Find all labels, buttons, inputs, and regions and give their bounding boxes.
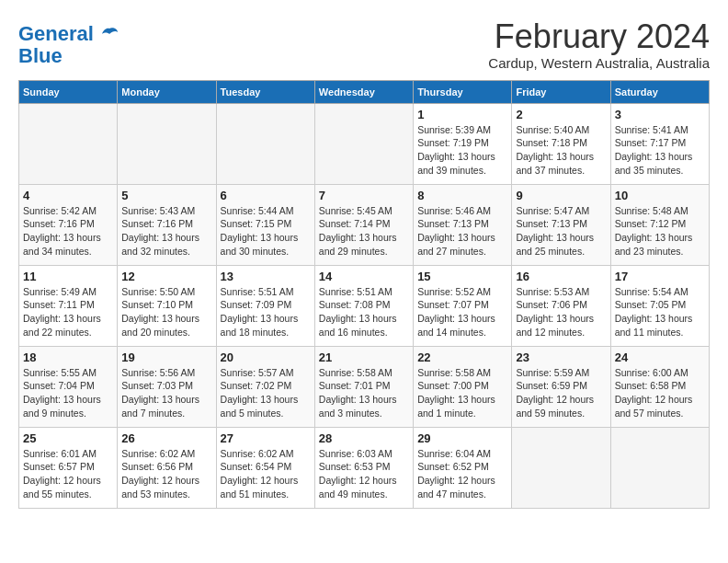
calendar-cell: 28Sunrise: 6:03 AMSunset: 6:53 PMDayligh… — [314, 427, 413, 508]
calendar-header: Sunday Monday Tuesday Wednesday Thursday… — [19, 80, 710, 103]
day-info: Sunrise: 5:54 AMSunset: 7:05 PMDaylight:… — [615, 285, 705, 339]
calendar-cell: 2Sunrise: 5:40 AMSunset: 7:18 PMDaylight… — [512, 103, 610, 184]
day-number: 22 — [417, 350, 507, 364]
calendar-cell: 11Sunrise: 5:49 AMSunset: 7:11 PMDayligh… — [19, 265, 118, 346]
col-saturday: Saturday — [610, 80, 709, 103]
day-info: Sunrise: 5:57 AMSunset: 7:02 PMDaylight:… — [221, 366, 311, 420]
day-info: Sunrise: 5:58 AMSunset: 7:00 PMDaylight:… — [417, 366, 507, 420]
day-info: Sunrise: 6:00 AMSunset: 6:58 PMDaylight:… — [615, 366, 705, 420]
calendar-cell — [512, 427, 610, 508]
calendar-cell: 17Sunrise: 5:54 AMSunset: 7:05 PMDayligh… — [610, 265, 709, 346]
calendar-week-row: 4Sunrise: 5:42 AMSunset: 7:16 PMDaylight… — [19, 184, 710, 265]
day-number: 1 — [417, 108, 507, 121]
day-number: 12 — [121, 270, 211, 283]
day-number: 15 — [417, 270, 507, 283]
day-number: 11 — [23, 270, 113, 283]
page-container: General Blue February 2024 Cardup, Weste… — [18, 18, 710, 509]
calendar-cell: 27Sunrise: 6:02 AMSunset: 6:54 PMDayligh… — [216, 427, 314, 508]
day-info: Sunrise: 5:43 AMSunset: 7:16 PMDaylight:… — [121, 204, 211, 259]
day-number: 24 — [615, 350, 705, 364]
calendar-cell: 13Sunrise: 5:51 AMSunset: 7:09 PMDayligh… — [216, 265, 314, 346]
day-number: 20 — [221, 350, 311, 364]
day-number: 27 — [221, 431, 311, 445]
day-info: Sunrise: 5:40 AMSunset: 7:18 PMDaylight:… — [516, 123, 606, 178]
calendar-cell: 16Sunrise: 5:53 AMSunset: 7:06 PMDayligh… — [512, 265, 610, 346]
day-info: Sunrise: 5:59 AMSunset: 6:59 PMDaylight:… — [516, 366, 606, 420]
day-number: 6 — [221, 189, 311, 202]
logo: General Blue — [18, 23, 119, 67]
calendar-week-row: 25Sunrise: 6:01 AMSunset: 6:57 PMDayligh… — [19, 427, 710, 508]
day-number: 28 — [319, 431, 409, 445]
day-info: Sunrise: 5:44 AMSunset: 7:15 PMDaylight:… — [221, 204, 311, 259]
header: General Blue February 2024 Cardup, Weste… — [18, 18, 710, 71]
day-number: 19 — [121, 350, 211, 364]
day-info: Sunrise: 5:52 AMSunset: 7:07 PMDaylight:… — [417, 285, 507, 339]
day-number: 29 — [417, 431, 507, 445]
day-info: Sunrise: 5:58 AMSunset: 7:01 PMDaylight:… — [319, 366, 409, 420]
logo-bird-icon — [99, 25, 119, 45]
day-info: Sunrise: 5:39 AMSunset: 7:19 PMDaylight:… — [417, 123, 507, 178]
day-number: 7 — [319, 189, 409, 202]
day-number: 21 — [319, 350, 409, 364]
calendar-cell — [610, 427, 709, 508]
day-info: Sunrise: 5:56 AMSunset: 7:03 PMDaylight:… — [121, 366, 211, 420]
calendar-cell: 7Sunrise: 5:45 AMSunset: 7:14 PMDaylight… — [314, 184, 413, 265]
calendar-cell — [314, 103, 413, 184]
calendar-cell: 10Sunrise: 5:48 AMSunset: 7:12 PMDayligh… — [610, 184, 709, 265]
day-number: 23 — [516, 350, 606, 364]
day-number: 4 — [23, 189, 113, 202]
calendar-table: Sunday Monday Tuesday Wednesday Thursday… — [18, 80, 710, 509]
day-info: Sunrise: 5:48 AMSunset: 7:12 PMDaylight:… — [615, 204, 705, 259]
calendar-cell — [216, 103, 314, 184]
calendar-cell: 18Sunrise: 5:55 AMSunset: 7:04 PMDayligh… — [19, 346, 118, 427]
calendar-cell: 25Sunrise: 6:01 AMSunset: 6:57 PMDayligh… — [19, 427, 118, 508]
month-year-title: February 2024 — [488, 18, 710, 55]
calendar-cell: 15Sunrise: 5:52 AMSunset: 7:07 PMDayligh… — [414, 265, 512, 346]
day-number: 26 — [121, 431, 211, 445]
location-subtitle: Cardup, Western Australia, Australia — [488, 55, 710, 71]
day-number: 9 — [516, 189, 606, 202]
col-wednesday: Wednesday — [314, 80, 413, 103]
calendar-cell: 20Sunrise: 5:57 AMSunset: 7:02 PMDayligh… — [216, 346, 314, 427]
day-number: 13 — [221, 270, 311, 283]
logo-blue: Blue — [18, 45, 119, 67]
day-info: Sunrise: 5:41 AMSunset: 7:17 PMDaylight:… — [615, 123, 705, 178]
calendar-cell: 5Sunrise: 5:43 AMSunset: 7:16 PMDaylight… — [118, 184, 216, 265]
col-sunday: Sunday — [19, 80, 118, 103]
day-number: 5 — [121, 189, 211, 202]
day-info: Sunrise: 5:42 AMSunset: 7:16 PMDaylight:… — [23, 204, 113, 259]
calendar-cell: 21Sunrise: 5:58 AMSunset: 7:01 PMDayligh… — [314, 346, 413, 427]
day-info: Sunrise: 5:50 AMSunset: 7:10 PMDaylight:… — [121, 285, 211, 339]
day-number: 2 — [516, 108, 606, 121]
header-row: Sunday Monday Tuesday Wednesday Thursday… — [19, 80, 710, 103]
calendar-cell: 26Sunrise: 6:02 AMSunset: 6:56 PMDayligh… — [118, 427, 216, 508]
day-info: Sunrise: 5:53 AMSunset: 7:06 PMDaylight:… — [516, 285, 606, 339]
day-info: Sunrise: 6:02 AMSunset: 6:54 PMDaylight:… — [221, 447, 311, 501]
calendar-week-row: 11Sunrise: 5:49 AMSunset: 7:11 PMDayligh… — [19, 265, 710, 346]
calendar-cell: 6Sunrise: 5:44 AMSunset: 7:15 PMDaylight… — [216, 184, 314, 265]
day-info: Sunrise: 5:46 AMSunset: 7:13 PMDaylight:… — [417, 204, 507, 259]
calendar-cell: 3Sunrise: 5:41 AMSunset: 7:17 PMDaylight… — [610, 103, 709, 184]
day-info: Sunrise: 6:01 AMSunset: 6:57 PMDaylight:… — [23, 447, 113, 501]
calendar-cell: 23Sunrise: 5:59 AMSunset: 6:59 PMDayligh… — [512, 346, 610, 427]
day-info: Sunrise: 5:47 AMSunset: 7:13 PMDaylight:… — [516, 204, 606, 259]
day-info: Sunrise: 5:51 AMSunset: 7:08 PMDaylight:… — [319, 285, 409, 339]
day-info: Sunrise: 5:49 AMSunset: 7:11 PMDaylight:… — [23, 285, 113, 339]
day-number: 14 — [319, 270, 409, 283]
day-number: 10 — [615, 189, 705, 202]
calendar-cell: 29Sunrise: 6:04 AMSunset: 6:52 PMDayligh… — [414, 427, 512, 508]
calendar-cell — [118, 103, 216, 184]
calendar-cell: 4Sunrise: 5:42 AMSunset: 7:16 PMDaylight… — [19, 184, 118, 265]
col-monday: Monday — [118, 80, 216, 103]
day-info: Sunrise: 5:51 AMSunset: 7:09 PMDaylight:… — [221, 285, 311, 339]
day-info: Sunrise: 5:55 AMSunset: 7:04 PMDaylight:… — [23, 366, 113, 420]
day-info: Sunrise: 6:04 AMSunset: 6:52 PMDaylight:… — [417, 447, 507, 501]
logo-general: General — [18, 22, 94, 45]
col-thursday: Thursday — [414, 80, 512, 103]
calendar-cell: 14Sunrise: 5:51 AMSunset: 7:08 PMDayligh… — [314, 265, 413, 346]
calendar-cell: 22Sunrise: 5:58 AMSunset: 7:00 PMDayligh… — [414, 346, 512, 427]
calendar-week-row: 18Sunrise: 5:55 AMSunset: 7:04 PMDayligh… — [19, 346, 710, 427]
calendar-cell: 8Sunrise: 5:46 AMSunset: 7:13 PMDaylight… — [414, 184, 512, 265]
calendar-week-row: 1Sunrise: 5:39 AMSunset: 7:19 PMDaylight… — [19, 103, 710, 184]
col-friday: Friday — [512, 80, 610, 103]
